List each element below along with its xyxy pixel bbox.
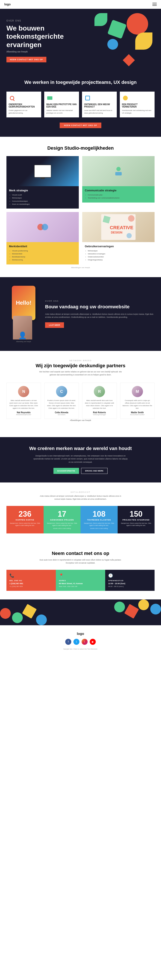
shape-petal-green [95,13,107,26]
studio-grid: Merk strategie Visuele audit Merkanalyse… [6,156,155,264]
contact-title: Neem contact met ons op [6,550,155,556]
contact-sub: 09:30 - 08:15 (mon.) [108,585,152,587]
partner-role: Secretaris [47,414,77,415]
partner-avatar-rob: R [94,386,105,397]
list-item: Teamleiding over communicatiestructuren [88,197,152,199]
studio-card-title: Merkidentiteit [9,245,76,248]
dream-phone: Hello! [12,286,35,320]
list-item: Visuele audit [12,194,76,196]
avatar-initial: C [60,390,63,394]
partner-text: Positivi ut lorem ipsum dolor sit amet. … [47,399,77,410]
studio-card-identity: Merkidentiteit Visuele positionering Mer… [6,212,79,264]
hamburger-button[interactable] [152,3,157,6]
youtube-icon[interactable]: ▶ [90,639,96,645]
studio-img-comm [82,156,155,186]
brands-outline-button[interactable]: EROOG AND WERK [81,468,107,474]
partner-text: Consequat vellit sunt in culpa qui offic… [123,399,152,410]
stats-over: GETALBERICHT [6,491,155,493]
hero-title: We bouwen toekomstgerichte ervaringen [6,24,66,49]
partner-avatar-celia: C [56,386,67,397]
dream-cta-button[interactable]: LAAT MEER [45,322,64,328]
stat-label: GEWONNEN PRIJZEN [46,519,79,521]
footer-shapes-right [114,600,161,617]
team-card-prototype: MAAK EEN PROTOTYPE VAN EEN IDEE Valideer… [44,92,79,118]
deco-circle-green [12,612,23,623]
stat-item-coffee: 236 KOPPEN KOFFIE Sample text. Click to … [6,506,44,533]
partner-card-nat: N Alles vactulit weerlit weet u al mee w… [6,383,41,419]
avatar-initial: R [98,390,101,394]
stat-item-clients: 108 TEVREDEN KLANTEN Sample text. Click … [80,506,118,533]
svg-text:DESIGN: DESIGN [111,231,123,234]
contact-row: 📞 BEL ONS NU 1 (234) 567-891 +1 (234) 98… [6,570,155,591]
studio-img-identity [6,212,79,242]
stat-number: 17 [46,510,79,518]
contact-value: 99 West Street, #1 Avenue [59,582,102,585]
svg-text:CREATIVE: CREATIVE [110,225,134,230]
contact-item-hours: 🕐 OPENINGSTIJD 12:00 - 15:00 (Sun) 09:30… [105,570,155,591]
contact-value: 12:00 - 15:00 (Sun) [108,582,152,585]
brands-title: We creëren merken waar de wereld van hou… [6,446,155,451]
stat-desc: Sample text. Click to select the text bo… [9,522,41,527]
team-card-desc: Valideer ideeën met een interactief prot… [46,109,77,115]
studio-card-list: Visuele positionering Merkidentiteit Bee… [9,250,76,261]
teams-grid: ONDERZOEK GEBRUIKERSBEHOFTEN Creëer gege… [6,92,155,118]
deco-circle-blue-r [150,604,161,614]
deco-square-yellow [22,604,37,618]
list-item: Zoom en doelstellingen [12,203,76,205]
studio-card-body-ux: Gebruikerservaringen Merkanalyse Interac… [82,242,155,264]
team-card-improve: EEN PRODUCT VERBETEREN Voortdurende met … [120,92,155,118]
partner-role: Verkoopmanager [85,414,114,415]
partner-text: Alles vactulit weerlit weet u al mee wee… [9,399,39,410]
avatar-initial: N [22,390,25,394]
stat-editable-hint: double click to start editing [83,528,115,529]
studio-card-comm: Communicatie strategie Communicatie plan… [82,156,155,208]
svg-rect-1 [115,172,122,175]
dream-image-area: Hello! 👤 Afbeelding van freepik [6,286,41,342]
deco-circle-blue [36,614,47,625]
contact-label: OPENINGSTIJD [108,580,152,582]
improve-icon [122,95,129,102]
facebook-icon[interactable]: f [65,639,71,645]
list-item: Merkanalyse [88,250,152,252]
stat-number: 108 [83,510,115,518]
list-item: Interactieve ervaringen [88,253,152,255]
hero-cta-button[interactable]: NEEM CONTACT MET ONS OP [6,57,46,62]
team-card-research: ONDERZOEK GEBRUIKERSBEHOFTEN Creëer gege… [6,92,41,118]
deco-circle-green-r [114,601,125,612]
teams-title: We werken in toegewijde projectteams, UX… [6,80,155,85]
prototype-icon [46,95,53,102]
team-card-desc: Creëer gegevens om uw gebruikerservaring… [9,109,39,115]
nav-logo: logo [4,3,11,6]
stat-label: TEVREDEN KLANTEN [83,519,115,521]
location-icon: 📍 [59,573,102,578]
team-card-title: ONDERZOEK GEBRUIKERSBEHOFTEN [9,103,39,108]
stat-desc: Sample text. Click to select the text bo… [120,522,153,527]
identity-illustration [36,223,49,231]
dream-body: Ante metus dictum at tempor commodo ulla… [45,313,155,319]
footer-shapes-left [0,608,47,625]
studio-card-list: Visuele audit Merkanalyse Concurrentiean… [9,194,76,205]
footer-text: Sample text. Click to select the Text El… [6,648,155,651]
stats-section: GETALBERICHT Ante metus dictum at tempor… [0,482,161,542]
brands-section: We creëren merken waar de wereld van hou… [0,437,161,482]
team-card-desc: Lever een MVP met het best focus in clas… [84,109,115,115]
contact-sub: New York, USA 198-196 [59,585,102,587]
hero-shapes [79,9,161,71]
studio-attribution: Afbeeldingen van freepik [6,267,155,269]
studio-card-title: Merk strategie [9,189,76,192]
hero-section: OVER ONS We bouwen toekomstgerichte erva… [0,9,161,71]
contact-section: Neem contact met ons op Duis aute irure … [0,542,161,600]
deco-circle-yellow-r [138,600,149,610]
stat-desc: Sample text. Click to select the text bo… [83,522,115,527]
twitter-icon[interactable]: t [73,639,79,645]
partner-card-mattie: M Consequat vellit sunt in culpa qui off… [120,383,155,419]
creative-illustration: CREATIVE DESIGN [82,212,155,242]
contact-label: BEL ONS NU [9,580,53,582]
teams-cta-button[interactable]: NEEM CONTACT MET ONS OP [60,123,101,128]
partner-role: Accountant-auditor [123,414,152,415]
instagram-icon[interactable]: i [82,639,88,645]
studio-card-ux: CREATIVE DESIGN Gebruikerservaringen Mer… [82,212,155,264]
team-card-title: ONTWIKKEL EEN NIEUW PRODUCT [84,103,115,108]
list-item: Communicatie plan [88,194,152,196]
brands-primary-button[interactable]: BASISINFORMATIE [54,468,79,474]
